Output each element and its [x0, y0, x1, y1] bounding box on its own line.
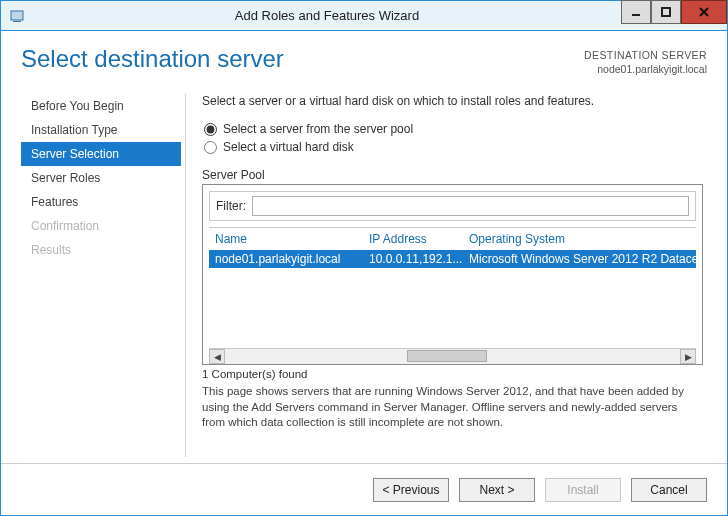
table-row[interactable]: node01.parlakyigit.local 10.0.0.11,192.1…	[209, 250, 696, 268]
previous-button[interactable]: < Previous	[373, 478, 449, 502]
sidebar-item-server-selection[interactable]: Server Selection	[21, 142, 181, 166]
svg-rect-2	[632, 14, 640, 16]
radio-server-pool-label: Select a server from the server pool	[223, 122, 413, 136]
window-title: Add Roles and Features Wizard	[33, 8, 621, 23]
svg-rect-0	[11, 11, 23, 20]
page-title: Select destination server	[21, 45, 284, 73]
filter-label: Filter:	[216, 199, 246, 213]
minimize-button[interactable]	[621, 0, 651, 24]
install-button: Install	[545, 478, 621, 502]
svg-rect-1	[13, 21, 21, 22]
cell-ip: 10.0.0.11,192.1...	[369, 252, 469, 266]
computers-found-text: 1 Computer(s) found	[202, 368, 703, 380]
sidebar-item-features[interactable]: Features	[21, 190, 181, 214]
server-pool-label: Server Pool	[202, 168, 703, 182]
filter-input[interactable]	[252, 196, 689, 216]
next-button[interactable]: Next >	[459, 478, 535, 502]
window-controls	[621, 1, 727, 30]
content-pane: Select a server or a virtual hard disk o…	[186, 94, 707, 457]
radio-virtual-hd-label: Select a virtual hard disk	[223, 140, 354, 154]
col-header-ip[interactable]: IP Address	[369, 232, 469, 246]
header-row: Select destination server DESTINATION SE…	[21, 45, 707, 76]
source-radio-group: Select a server from the server pool Sel…	[204, 122, 703, 158]
horizontal-scrollbar[interactable]: ◀ ▶	[209, 348, 696, 364]
main-area: Before You Begin Installation Type Serve…	[21, 94, 707, 457]
table-header: Name IP Address Operating System	[209, 228, 696, 250]
destination-server-label: DESTINATION SERVER	[584, 48, 707, 62]
svg-rect-3	[662, 8, 670, 16]
filter-row: Filter:	[209, 191, 696, 221]
close-button[interactable]	[681, 0, 727, 24]
titlebar: Add Roles and Features Wizard	[1, 1, 727, 31]
radio-virtual-hd-input[interactable]	[204, 141, 217, 154]
wizard-body: Select destination server DESTINATION SE…	[1, 31, 727, 463]
scroll-left-icon[interactable]: ◀	[209, 349, 225, 364]
step-sidebar: Before You Begin Installation Type Serve…	[21, 94, 186, 457]
sidebar-item-before-you-begin[interactable]: Before You Begin	[21, 94, 181, 118]
scroll-right-icon[interactable]: ▶	[680, 349, 696, 364]
intro-text: Select a server or a virtual hard disk o…	[202, 94, 703, 108]
sidebar-item-results: Results	[21, 238, 181, 262]
app-icon	[1, 8, 33, 24]
sidebar-item-installation-type[interactable]: Installation Type	[21, 118, 181, 142]
destination-server-info: DESTINATION SERVER node01.parlakyigit.lo…	[584, 45, 707, 76]
sidebar-item-confirmation: Confirmation	[21, 214, 181, 238]
cancel-button[interactable]: Cancel	[631, 478, 707, 502]
wizard-footer: < Previous Next > Install Cancel	[1, 463, 727, 515]
scroll-thumb[interactable]	[407, 350, 487, 362]
col-header-name[interactable]: Name	[209, 232, 369, 246]
radio-virtual-hd[interactable]: Select a virtual hard disk	[204, 140, 703, 154]
col-header-os[interactable]: Operating System	[469, 232, 696, 246]
scroll-track[interactable]	[225, 349, 680, 364]
radio-server-pool-input[interactable]	[204, 123, 217, 136]
server-pool-box: Filter: Name IP Address Operating System…	[202, 184, 703, 365]
cell-os: Microsoft Windows Server 2012 R2 Datacen…	[469, 252, 696, 266]
table-blank-area	[209, 268, 696, 348]
cell-name: node01.parlakyigit.local	[209, 252, 369, 266]
radio-server-pool[interactable]: Select a server from the server pool	[204, 122, 703, 136]
maximize-button[interactable]	[651, 0, 681, 24]
server-table: Name IP Address Operating System node01.…	[209, 227, 696, 364]
wizard-window: Add Roles and Features Wizard Select des…	[0, 0, 728, 516]
sidebar-item-server-roles[interactable]: Server Roles	[21, 166, 181, 190]
destination-server-value: node01.parlakyigit.local	[584, 62, 707, 76]
description-text: This page shows servers that are running…	[202, 384, 703, 431]
